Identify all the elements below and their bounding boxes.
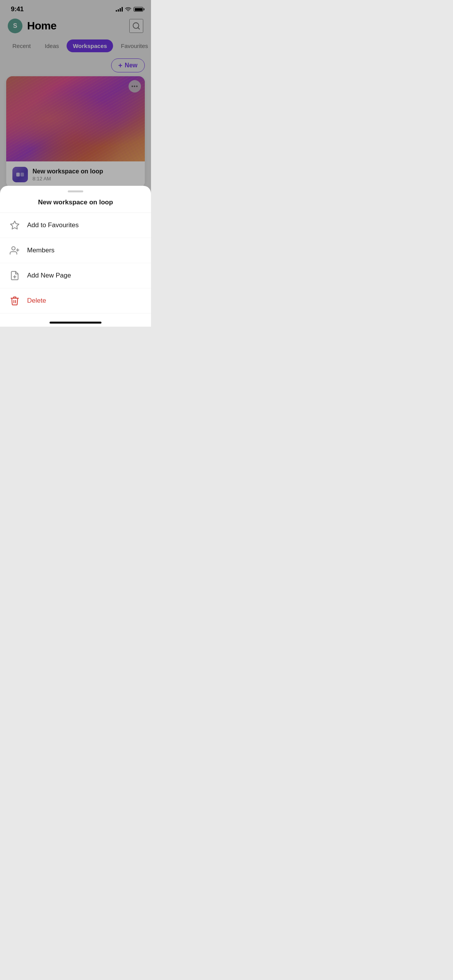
svg-marker-4	[10, 221, 19, 229]
sheet-handle-bar	[68, 190, 83, 192]
menu-item-members[interactable]: Members	[0, 238, 151, 263]
bottom-sheet: New workspace on loop Add to Favourites …	[0, 186, 151, 327]
menu-label-add-favourites: Add to Favourites	[27, 221, 79, 229]
sheet-handle	[0, 186, 151, 195]
star-icon	[9, 220, 20, 231]
sheet-title: New workspace on loop	[0, 195, 151, 213]
menu-item-delete[interactable]: Delete	[0, 288, 151, 314]
svg-point-5	[12, 247, 15, 250]
menu-item-add-favourites[interactable]: Add to Favourites	[0, 213, 151, 238]
menu-label-delete: Delete	[27, 297, 46, 305]
menu-label-add-page: Add New Page	[27, 272, 71, 279]
home-indicator	[50, 322, 101, 324]
page-add-icon	[9, 270, 20, 281]
menu-item-add-page[interactable]: Add New Page	[0, 263, 151, 288]
trash-icon	[9, 295, 20, 306]
people-add-icon	[9, 245, 20, 256]
menu-label-members: Members	[27, 247, 55, 254]
